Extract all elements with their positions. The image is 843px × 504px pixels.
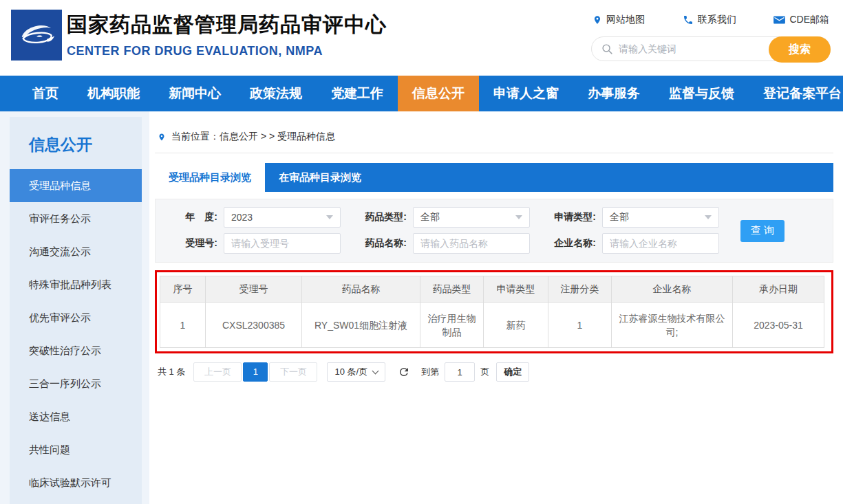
cell-reg-class: 1 <box>548 303 612 348</box>
apply-type-label: 申请类型: <box>541 211 596 223</box>
header-right: 网站地图 联系我们 CDE邮箱 搜索 <box>591 14 831 61</box>
col-company: 企业名称 <box>612 276 733 303</box>
sidebar-item-clinical-trial-license[interactable]: 临床试验默示许可 <box>10 466 142 499</box>
page-size-value: 10 条/页 <box>334 366 367 378</box>
sidebar-item-review-tasks[interactable]: 审评任务公示 <box>10 202 142 235</box>
catalog-tabs: 受理品种目录浏览 在审品种目录浏览 <box>155 163 833 192</box>
company-label: 企业名称: <box>541 237 596 250</box>
nav-item-services[interactable]: 办事服务 <box>573 76 654 111</box>
apply-type-select-value: 全部 <box>610 211 705 223</box>
refresh-button[interactable] <box>398 366 410 378</box>
nav-item-supervision[interactable]: 监督与反馈 <box>654 76 749 111</box>
sidebar: 信息公开 受理品种信息 审评任务公示 沟通交流公示 特殊审批品种列表 优先审评公… <box>10 117 142 504</box>
col-drug-type: 药品类型 <box>420 276 484 303</box>
drug-type-label: 药品类型: <box>352 211 407 223</box>
drug-type-select[interactable]: 全部 <box>413 207 530 228</box>
nav-item-applicant-window[interactable]: 申请人之窗 <box>479 76 573 111</box>
col-reg-class: 注册分类 <box>548 276 612 303</box>
total-count: 共 1 条 <box>158 366 185 378</box>
col-accept-no: 受理号 <box>206 276 302 303</box>
goto-page-input[interactable] <box>445 362 475 382</box>
page-1-button[interactable]: 1 <box>243 362 268 382</box>
chevron-down-icon <box>326 215 333 219</box>
drug-type-select-value: 全部 <box>420 211 515 223</box>
filter-group-apply-type: 申请类型: 全部 <box>541 207 719 228</box>
cell-apply-type: 新药 <box>484 303 548 348</box>
table-header-row: 序号 受理号 药品名称 药品类型 申请类型 注册分类 企业名称 承办日期 <box>160 276 824 303</box>
sidebar-item-common-issues[interactable]: 共性问题 <box>10 433 142 466</box>
cde-logo <box>11 10 62 61</box>
sidebar-item-special-approval[interactable]: 特殊审批品种列表 <box>10 268 142 301</box>
tab-accepted-catalog[interactable]: 受理品种目录浏览 <box>155 163 265 192</box>
cell-drug-type: 治疗用生物制品 <box>420 303 484 348</box>
sidebar-item-priority-review[interactable]: 优先审评公示 <box>10 301 142 334</box>
quick-links: 网站地图 联系我们 CDE邮箱 <box>591 14 831 26</box>
nav-item-registration-platform[interactable]: 登记备案平台 <box>749 76 843 111</box>
phone-icon <box>683 14 694 25</box>
contact-link[interactable]: 联系我们 <box>683 14 736 26</box>
main-nav: 首页 机构职能 新闻中心 政策法规 党建工作 信息公开 申请人之窗 办事服务 监… <box>0 76 843 111</box>
cell-company: 江苏睿源生物技术有限公司; <box>612 303 733 348</box>
table-row: 1 CXSL2300385 RY_SW01细胞注射液 治疗用生物制品 新药 1 … <box>160 303 824 348</box>
filter-group-company: 企业名称: <box>541 233 719 254</box>
breadcrumb: 当前位置：信息公开 > > 受理品种信息 <box>155 131 833 153</box>
nav-item-info-disclosure[interactable]: 信息公开 <box>398 76 479 111</box>
accept-no-input[interactable] <box>224 233 341 254</box>
chevron-down-icon <box>705 215 712 219</box>
apply-type-select[interactable]: 全部 <box>602 207 719 228</box>
filter-group-drug-name: 药品名称: <box>352 233 530 254</box>
year-select[interactable]: 2023 <box>224 207 341 228</box>
chevron-down-icon <box>515 215 522 219</box>
next-page-button[interactable]: 下一页 <box>269 362 317 382</box>
site-header: 国家药品监督管理局药品审评中心 CENTER FOR DRUG EVALUATI… <box>0 0 843 76</box>
filter-panel: 年 度: 2023 药品类型: 全部 申请类型: 全部 <box>155 199 833 263</box>
contact-link-label: 联系我们 <box>698 14 736 26</box>
cell-accept-no: CXSL2300385 <box>206 303 302 348</box>
location-pin-icon <box>593 14 602 25</box>
nav-item-functions[interactable]: 机构职能 <box>73 76 154 111</box>
drug-name-input[interactable] <box>413 233 530 254</box>
location-pin-icon <box>158 132 166 142</box>
filter-group-drug-type: 药品类型: 全部 <box>352 207 530 228</box>
sidebar-item-three-in-one[interactable]: 三合一序列公示 <box>10 367 142 400</box>
cde-mail-link-label: CDE邮箱 <box>789 14 829 26</box>
nav-item-home[interactable]: 首页 <box>18 76 73 111</box>
year-select-value: 2023 <box>231 212 326 223</box>
cell-date: 2023-05-31 <box>733 303 824 348</box>
search-input[interactable] <box>619 43 749 54</box>
sidebar-item-breakthrough-therapy[interactable]: 突破性治疗公示 <box>10 334 142 367</box>
site-title: 国家药品监督管理局药品审评中心 <box>67 11 387 39</box>
prev-page-button[interactable]: 上一页 <box>193 362 242 382</box>
confirm-button[interactable]: 确定 <box>496 362 529 382</box>
filter-row-1: 年 度: 2023 药品类型: 全部 申请类型: 全部 <box>162 207 822 228</box>
sidebar-item-communication[interactable]: 沟通交流公示 <box>10 235 142 268</box>
sitemap-link-label: 网站地图 <box>606 14 645 26</box>
tab-under-review-catalog[interactable]: 在审品种目录浏览 <box>265 163 375 192</box>
pagination: 共 1 条 上一页 1 下一页 10 条/页 到第 页 确定 <box>158 362 833 382</box>
nav-item-party[interactable]: 党建工作 <box>317 76 398 111</box>
col-seq: 序号 <box>160 276 206 303</box>
breadcrumb-text: 当前位置：信息公开 > > 受理品种信息 <box>171 131 335 143</box>
drug-name-label: 药品名称: <box>352 237 407 250</box>
sitemap-link[interactable]: 网站地图 <box>593 14 645 26</box>
cde-mail-link[interactable]: CDE邮箱 <box>773 14 829 26</box>
filter-group-accept-no: 受理号: <box>162 233 341 254</box>
goto-page-suffix: 页 <box>480 366 489 378</box>
swallow-logo-icon <box>17 15 56 55</box>
sidebar-item-accepted-varieties[interactable]: 受理品种信息 <box>10 169 142 202</box>
sidebar-item-delivery-info[interactable]: 送达信息 <box>10 400 142 433</box>
nav-item-news[interactable]: 新闻中心 <box>154 76 235 111</box>
filter-row-2: 受理号: 药品名称: 企业名称: <box>162 233 822 254</box>
site-title-block: 国家药品监督管理局药品审评中心 CENTER FOR DRUG EVALUATI… <box>67 11 387 58</box>
search-icon <box>601 43 613 55</box>
company-input[interactable] <box>602 233 719 254</box>
query-button[interactable]: 查 询 <box>740 220 785 242</box>
results-table: 序号 受理号 药品名称 药品类型 申请类型 注册分类 企业名称 承办日期 1 C… <box>160 276 824 348</box>
envelope-icon <box>773 15 785 25</box>
refresh-icon <box>398 366 410 378</box>
nav-item-policies[interactable]: 政策法规 <box>235 76 317 111</box>
search-button[interactable]: 搜索 <box>769 36 831 63</box>
page-size-select[interactable]: 10 条/页 <box>327 362 385 382</box>
year-label: 年 度: <box>162 211 217 223</box>
annotation-red-box: 序号 受理号 药品名称 药品类型 申请类型 注册分类 企业名称 承办日期 1 C… <box>155 270 833 353</box>
